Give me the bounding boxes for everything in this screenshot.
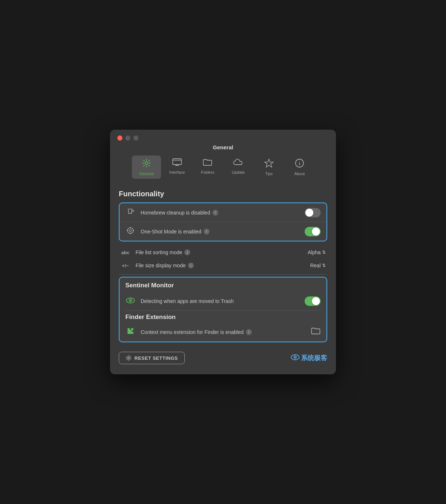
sorting-row: abc File list sorting mode i Alpha ⇅: [119, 246, 327, 259]
svg-point-10: [129, 229, 132, 232]
oneshot-label: One-Shot Mode is enabled i: [141, 229, 300, 235]
cloud-icon: [233, 158, 243, 169]
oneshot-row: One-Shot Mode is enabled i: [120, 222, 326, 241]
puzzle-icon: [125, 327, 136, 337]
interface-icon: [172, 158, 182, 169]
finder-header: Finder Extension: [120, 311, 326, 322]
sentinel-toggle[interactable]: [305, 296, 321, 306]
reset-settings-button[interactable]: RESET SETTINGS: [119, 352, 185, 364]
tab-folders-label: Folders: [201, 170, 215, 174]
tab-update-label: Update: [232, 170, 244, 174]
plusminus-icon: +/−: [120, 263, 130, 268]
finder-extension-title: Finder Extension: [125, 314, 321, 321]
tab-general-label: General: [139, 172, 153, 176]
maximize-button[interactable]: [133, 135, 138, 141]
oneshot-info-icon[interactable]: i: [204, 229, 210, 235]
functionality-title: Functionality: [119, 190, 327, 198]
sorting-dropdown[interactable]: Alpha ⇅: [308, 249, 326, 255]
window-title: General: [213, 144, 233, 150]
svg-point-21: [295, 357, 296, 358]
crosshair-icon: [125, 227, 136, 236]
gear-icon: [142, 158, 151, 170]
filesize-chevron-icon: ⇅: [322, 263, 326, 268]
close-button[interactable]: [117, 135, 122, 141]
main-content: Functionality Homebrew cleanup is disabl…: [110, 184, 336, 374]
sentinel-row: Detecting when apps are moved to Trash: [120, 292, 326, 310]
traffic-lights: [117, 135, 138, 141]
homebrew-row: Homebrew cleanup is disabled i: [120, 203, 326, 222]
sentinel-finder-card: Sentinel Monitor Detecting when apps are…: [119, 277, 327, 342]
oneshot-toggle[interactable]: [305, 227, 321, 236]
app-window: General General: [110, 130, 336, 374]
filesize-dropdown[interactable]: Real ⇅: [310, 263, 326, 268]
homebrew-toggle-knob: [305, 209, 313, 217]
eye-icon: [125, 297, 136, 306]
info-circle-icon: i: [295, 158, 304, 170]
functionality-card: Homebrew cleanup is disabled i: [119, 202, 327, 241]
filesize-row: +/− File size display mode i Real ⇅: [119, 259, 327, 272]
section-divider: [119, 274, 327, 275]
svg-text:i: i: [299, 161, 300, 166]
star-icon: [264, 158, 274, 170]
mug-icon: [125, 208, 136, 217]
sorting-info-icon[interactable]: i: [184, 249, 190, 255]
svg-marker-5: [265, 159, 273, 167]
sentinel-detect-label: Detecting when apps are moved to Trash: [141, 298, 300, 304]
watermark-icon: [291, 354, 300, 363]
sorting-chevron-icon: ⇅: [322, 250, 326, 255]
toolbar: General Interface: [132, 155, 314, 184]
finder-label: Context menu extension for Finder is ena…: [141, 329, 306, 335]
sentinel-title: Sentinel Monitor: [125, 282, 321, 289]
svg-point-9: [128, 228, 133, 233]
reset-bar: RESET SETTINGS 系统极客: [119, 347, 327, 366]
tab-interface-label: Interface: [169, 170, 185, 174]
abc-icon: abc: [120, 250, 130, 255]
folder-icon: [203, 158, 212, 169]
tab-about[interactable]: i About: [285, 155, 314, 179]
oneshot-toggle-knob: [312, 228, 320, 236]
filesize-info-icon[interactable]: i: [188, 263, 194, 268]
minimize-button[interactable]: [125, 135, 130, 141]
finder-info-icon[interactable]: i: [246, 329, 252, 335]
homebrew-info-icon[interactable]: i: [212, 210, 218, 216]
watermark: 系统极客: [291, 354, 327, 363]
tab-about-label: About: [294, 172, 305, 176]
finder-row: Context menu extension for Finder is ena…: [120, 322, 326, 342]
homebrew-label: Homebrew cleanup is disabled i: [141, 210, 300, 216]
sentinel-toggle-knob: [312, 297, 320, 305]
tab-update[interactable]: Update: [224, 155, 253, 179]
homebrew-toggle[interactable]: [305, 208, 321, 217]
filesize-label: File size display mode i: [136, 263, 305, 268]
finder-folder-button[interactable]: [311, 327, 321, 337]
svg-point-0: [145, 162, 148, 165]
sorting-label: File list sorting mode i: [136, 249, 302, 255]
tab-folders[interactable]: Folders: [193, 155, 222, 179]
reset-gear-icon: [126, 355, 132, 361]
tab-general[interactable]: General: [132, 155, 161, 179]
svg-rect-1: [173, 159, 181, 165]
svg-point-18: [128, 357, 130, 359]
sentinel-header: Sentinel Monitor: [120, 277, 326, 292]
tab-tips[interactable]: Tips: [254, 155, 283, 179]
svg-point-17: [130, 300, 131, 301]
tab-tips-label: Tips: [265, 172, 273, 176]
tab-interface[interactable]: Interface: [163, 155, 192, 179]
titlebar: General General: [110, 130, 336, 184]
